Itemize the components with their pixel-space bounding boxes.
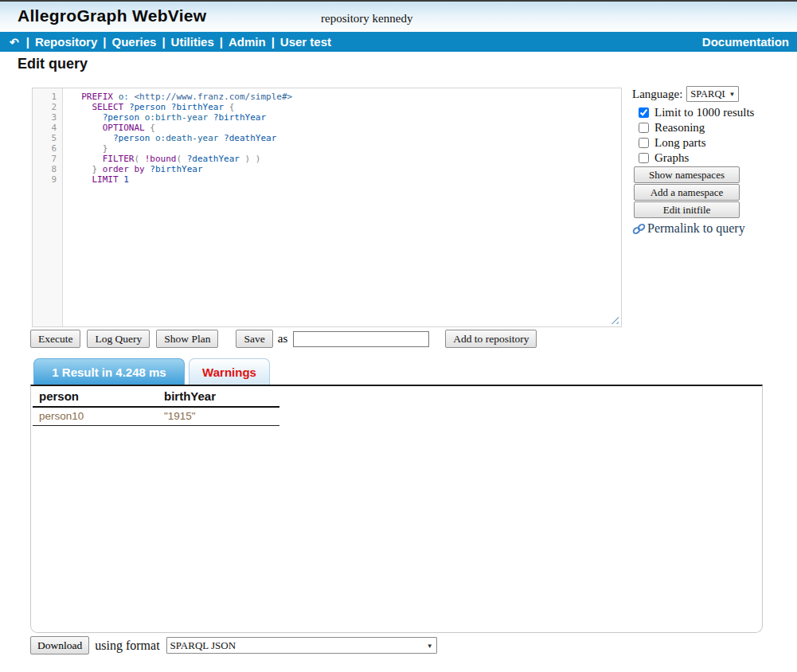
using-format-label: using format <box>95 639 159 653</box>
result-literal-value: "1915" <box>164 410 196 422</box>
namespace-buttons: Show namespacesAdd a namespaceEdit initf… <box>632 166 768 218</box>
checkbox-input[interactable] <box>639 153 649 163</box>
results-header-row: personbirthYear <box>33 387 279 407</box>
repository-label: repository kennedy <box>321 12 412 25</box>
permalink-label: Permalink to query <box>647 221 745 236</box>
checkbox-label: Long parts <box>654 136 706 150</box>
checkbox-label: Limit to 1000 results <box>654 106 754 119</box>
results-panel: personbirthYear person10"1915" <box>30 385 763 633</box>
app-header: AllegroGraph WebView repository kennedy <box>0 2 797 32</box>
app-title: AllegroGraph WebView <box>18 6 206 25</box>
add-to-repository-button[interactable]: Add to repository <box>445 330 537 348</box>
results-table: personbirthYear person10"1915" <box>33 387 279 426</box>
checkbox-input[interactable] <box>639 107 649 118</box>
editor-line-numbers: 123456789 <box>33 88 63 326</box>
results-tabs: 1 Result in 4.248 ms Warnings <box>33 358 270 385</box>
page-title: Edit query <box>18 56 88 72</box>
nav-separator: | <box>220 35 223 49</box>
checkbox-label: Graphs <box>654 151 689 165</box>
editor-code-area[interactable]: PREFIX o: <http://www.franz.com/simple#>… <box>63 88 621 326</box>
checkbox-label: Reasoning <box>654 121 705 135</box>
save-name-input[interactable] <box>293 331 429 347</box>
code-line: SELECT ?person ?birthYear { <box>71 102 621 112</box>
nav-item-documentation[interactable]: Documentation <box>702 35 789 49</box>
checkbox-long-parts[interactable]: Long parts <box>639 136 768 150</box>
line-number: 7 <box>33 154 57 164</box>
nav-item-queries[interactable]: Queries <box>112 35 157 49</box>
language-select[interactable]: SPARQL <box>686 86 739 102</box>
code-line: } order by ?birthYear <box>71 164 621 174</box>
log-query-button[interactable]: Log Query <box>87 330 150 348</box>
checkbox-reasoning[interactable]: Reasoning <box>639 121 768 135</box>
code-line: PREFIX o: <http://www.franz.com/simple#> <box>71 92 621 102</box>
checkbox-input[interactable] <box>639 138 649 148</box>
code-line: ?person o:death-year ?deathYear <box>71 133 621 143</box>
line-number: 9 <box>33 174 57 185</box>
line-number: 3 <box>33 112 57 123</box>
code-line: ?person o:birth-year ?birthYear <box>71 112 621 123</box>
nav-item-user-test[interactable]: User test <box>280 35 331 49</box>
checkbox-limit-to-1000-results[interactable]: Limit to 1000 results <box>639 106 768 119</box>
results-cell: person10 <box>33 407 158 426</box>
table-row: person10"1915" <box>33 407 279 426</box>
code-line: } <box>71 143 621 154</box>
chain-link-icon <box>632 223 646 235</box>
back-arrow-icon[interactable]: ↶ <box>10 36 19 49</box>
option-checkboxes: Limit to 1000 resultsReasoningLong parts… <box>632 106 768 165</box>
nav-separator: | <box>162 35 165 49</box>
main-navbar: ↶ |Repository|Queries|Utilities|Admin|Us… <box>0 32 797 52</box>
line-number: 4 <box>33 123 57 133</box>
line-number: 8 <box>33 164 57 174</box>
line-number: 5 <box>33 133 57 143</box>
checkbox-input[interactable] <box>639 123 649 133</box>
edit-initfile-button[interactable]: Edit initfile <box>634 201 740 218</box>
code-line: OPTIONAL { <box>71 123 621 133</box>
nav-separator: | <box>26 35 29 49</box>
results-column-header: birthYear <box>158 387 279 407</box>
show-plan-button[interactable]: Show Plan <box>156 330 218 348</box>
line-number: 1 <box>33 92 57 102</box>
code-line: LIMIT 1 <box>71 174 621 185</box>
code-line: FILTER( !bound( ?deathYear ) ) <box>71 154 621 164</box>
nav-items: ↶ |Repository|Queries|Utilities|Admin|Us… <box>8 35 331 49</box>
nav-item-repository[interactable]: Repository <box>35 35 97 49</box>
tab-results[interactable]: 1 Result in 4.248 ms <box>33 358 185 385</box>
download-bar: Download using format SPARQL JSON ▼ <box>30 636 437 654</box>
save-as-label: as <box>278 332 288 346</box>
line-number: 6 <box>33 143 57 154</box>
nav-separator: | <box>272 35 275 49</box>
permalink-to-query-link[interactable]: Permalink to query <box>632 221 768 236</box>
line-number: 2 <box>33 102 57 112</box>
query-editor: 123456789 PREFIX o: <http://www.franz.co… <box>32 88 622 327</box>
execute-button[interactable]: Execute <box>30 330 80 348</box>
checkbox-graphs[interactable]: Graphs <box>639 151 768 165</box>
nav-item-utilities[interactable]: Utilities <box>171 35 214 49</box>
show-namespaces-button[interactable]: Show namespaces <box>634 166 740 183</box>
nav-separator: | <box>103 35 106 49</box>
download-format-select[interactable]: SPARQL JSON <box>166 637 437 654</box>
result-resource-link[interactable]: person10 <box>39 410 84 422</box>
results-cell: "1915" <box>158 407 279 426</box>
language-label: Language: <box>632 88 682 101</box>
tab-warnings[interactable]: Warnings <box>189 358 270 385</box>
add-a-namespace-button[interactable]: Add a namespace <box>634 184 740 201</box>
save-button[interactable]: Save <box>236 330 272 348</box>
nav-item-admin[interactable]: Admin <box>229 35 266 49</box>
query-options-panel: Language: SPARQL ▼ Limit to 1000 results… <box>632 86 768 236</box>
download-button[interactable]: Download <box>30 636 89 654</box>
query-toolbar: Execute Log Query Show Plan Save as Add … <box>30 330 543 348</box>
results-column-header: person <box>33 387 158 407</box>
